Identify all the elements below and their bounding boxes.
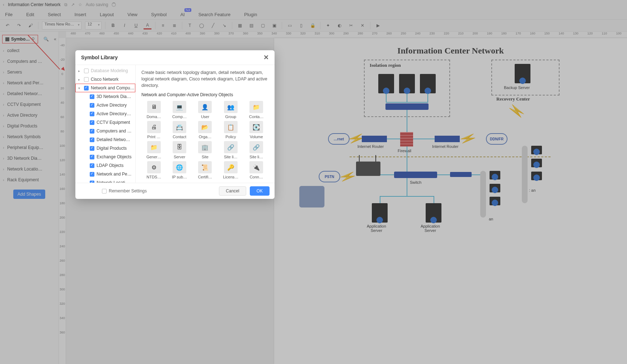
front-button[interactable]: ▢ bbox=[259, 22, 267, 29]
remember-checkbox[interactable]: Remember Settings bbox=[102, 188, 147, 193]
close-icon[interactable]: ✕ bbox=[263, 53, 269, 61]
sidebar-category[interactable]: Network Symbols bbox=[0, 131, 59, 142]
checkbox-icon[interactable] bbox=[90, 163, 94, 168]
symbol-thumbnail[interactable]: 📁Conta… bbox=[244, 101, 269, 119]
effects-button[interactable]: ✦ bbox=[324, 22, 332, 29]
cancel-button[interactable]: Cancel bbox=[219, 186, 246, 196]
sidebar-category[interactable]: 3D Network Dia… bbox=[0, 153, 59, 164]
sidebar-category[interactable]: Servers bbox=[0, 67, 59, 78]
menu-layout[interactable]: Layout bbox=[100, 12, 114, 17]
menu-search-feature[interactable]: Search Feature bbox=[198, 12, 231, 17]
symbol-thumbnail[interactable]: 📜Certifi… bbox=[193, 161, 217, 179]
tree-subcategory[interactable]: CCTV Equipment bbox=[75, 118, 135, 127]
menu-view[interactable]: View bbox=[127, 12, 137, 17]
redo-button[interactable]: ↷ bbox=[15, 22, 23, 29]
tree-subcategory[interactable]: Network Locati… bbox=[75, 178, 135, 183]
export-icon[interactable]: ↗ bbox=[71, 2, 75, 7]
tree-subcategory[interactable]: Active Directory… bbox=[75, 109, 135, 118]
tree-subcategory[interactable]: Exchange Objects bbox=[75, 153, 135, 161]
symbol-thumbnail[interactable]: 👤User bbox=[193, 101, 217, 119]
checkbox-icon[interactable] bbox=[84, 77, 89, 82]
sidebar-category[interactable]: Network and Per… bbox=[0, 78, 59, 88]
sidebar-category[interactable]: Network Locatio… bbox=[0, 164, 59, 174]
checkbox-icon[interactable] bbox=[90, 112, 94, 116]
symbol-thumbnail[interactable]: ⚙NTDS… bbox=[141, 161, 166, 179]
symbol-thumbnail[interactable]: 🔌Conn… bbox=[244, 161, 269, 179]
checkbox-icon[interactable] bbox=[90, 103, 94, 108]
symbol-thumbnail[interactable]: 🌐IP sub… bbox=[167, 161, 192, 179]
checkbox-icon[interactable] bbox=[84, 69, 89, 73]
menu-insert[interactable]: Insert bbox=[75, 12, 86, 17]
tree-category[interactable]: ▸Cisco Network bbox=[75, 75, 135, 84]
align-button[interactable]: ≡ bbox=[159, 22, 167, 29]
tree-subcategory[interactable]: Network and Pe… bbox=[75, 170, 135, 178]
symbol-thumbnail[interactable]: 💽Volume bbox=[244, 121, 269, 139]
add-shapes-button[interactable]: Add Shapes bbox=[13, 190, 45, 199]
fill-button[interactable]: ◯ bbox=[197, 22, 205, 29]
search-icon[interactable]: 🔍 bbox=[43, 37, 49, 42]
menu-symbol[interactable]: Symbol bbox=[151, 12, 167, 17]
star-icon[interactable]: ☆ bbox=[78, 2, 82, 7]
tree-subcategory[interactable]: Digital Products bbox=[75, 144, 135, 153]
symbol-thumbnail[interactable]: 📂Orga… bbox=[193, 121, 217, 139]
tree-subcategory[interactable]: Active Directory bbox=[75, 101, 135, 109]
undo-button[interactable]: ↶ bbox=[4, 22, 11, 29]
tree-subcategory[interactable]: Detailed Netwo… bbox=[75, 135, 135, 144]
sidebar-category[interactable]: CCTV Equipment bbox=[0, 99, 59, 110]
symbol-thumbnail[interactable]: 💻Comp… bbox=[167, 101, 192, 119]
checkbox-icon[interactable] bbox=[90, 137, 94, 142]
underline-button[interactable]: U bbox=[132, 22, 140, 29]
symbol-thumbnail[interactable]: 🖥Doma… bbox=[141, 101, 166, 119]
line-button[interactable]: ╱ bbox=[209, 22, 217, 29]
layer-button[interactable]: ▯ bbox=[297, 22, 305, 29]
font-select[interactable]: Times New Ro… bbox=[42, 22, 81, 29]
back-button[interactable]: ▣ bbox=[270, 22, 278, 29]
checkbox-icon[interactable] bbox=[90, 155, 94, 159]
group-button[interactable]: ▦ bbox=[236, 22, 244, 29]
menu-plugin[interactable]: Plugin bbox=[244, 12, 257, 17]
symbol-thumbnail[interactable]: 📁Gener… bbox=[141, 141, 166, 159]
tree-subcategory[interactable]: LDAP Objects bbox=[75, 161, 135, 170]
tree-category[interactable]: ▾Network and Compu… bbox=[75, 84, 135, 92]
text-tool[interactable]: T bbox=[186, 22, 194, 29]
font-color-button[interactable]: A bbox=[144, 22, 151, 29]
collapse-icon[interactable]: « bbox=[54, 37, 56, 42]
diagram-canvas[interactable]: Information Center Network Isolation reg… bbox=[274, 38, 627, 364]
symbol-thumbnail[interactable]: 📋Policy bbox=[218, 121, 243, 139]
sidebar-category[interactable]: collect bbox=[0, 45, 59, 56]
lock-button[interactable]: 🔒 bbox=[309, 22, 317, 29]
present-button[interactable]: ▶ bbox=[374, 22, 382, 29]
shadow-button[interactable]: ◐ bbox=[336, 22, 343, 29]
symbol-thumbnail[interactable]: 👥Group bbox=[218, 101, 243, 119]
ungroup-button[interactable]: ▤ bbox=[247, 22, 255, 29]
symbol-thumbnail[interactable]: 🔑Licens… bbox=[218, 161, 243, 179]
crop-button[interactable]: ✂ bbox=[347, 22, 355, 29]
menu-select[interactable]: Select bbox=[48, 12, 61, 17]
checkbox-icon[interactable] bbox=[90, 181, 94, 183]
sidebar-category[interactable]: Peripheral Equip… bbox=[0, 142, 59, 153]
bold-button[interactable]: B bbox=[109, 22, 117, 29]
sidebar-category[interactable]: Active Directory bbox=[0, 110, 59, 121]
symbol-thumbnail[interactable]: 🔗Site li… bbox=[218, 141, 243, 159]
back-icon[interactable]: ‹ bbox=[3, 2, 4, 7]
connector-button[interactable]: ↘ bbox=[220, 22, 228, 29]
sidebar-category[interactable]: Detailed Networ… bbox=[0, 88, 59, 99]
brush-icon[interactable]: 🖌 bbox=[27, 22, 34, 29]
checkbox-icon[interactable] bbox=[90, 129, 94, 134]
checkbox-icon[interactable] bbox=[90, 146, 94, 151]
symbol-thumbnail[interactable]: 🗄Server bbox=[167, 141, 192, 159]
checkbox-icon[interactable] bbox=[90, 120, 94, 125]
align-h-button[interactable]: ≣ bbox=[170, 22, 178, 29]
checkbox-icon[interactable] bbox=[90, 172, 94, 177]
tree-category[interactable]: ▸Database Modeling bbox=[75, 66, 135, 75]
ok-button[interactable]: OK bbox=[250, 186, 270, 196]
symbol-thumbnail[interactable]: 📇Contact bbox=[167, 121, 192, 139]
window-icon[interactable]: ⧉ bbox=[64, 2, 67, 7]
italic-button[interactable]: I bbox=[121, 22, 128, 29]
sidebar-category[interactable]: Digital Products bbox=[0, 121, 59, 131]
tree-subcategory[interactable]: Computers and … bbox=[75, 127, 135, 135]
sidebar-category[interactable]: Rack Equipment bbox=[0, 174, 59, 185]
menu-file[interactable]: File bbox=[5, 12, 13, 17]
tree-subcategory[interactable]: 3D Network Dia… bbox=[75, 92, 135, 101]
tools-icon[interactable]: ✕ bbox=[359, 22, 366, 29]
